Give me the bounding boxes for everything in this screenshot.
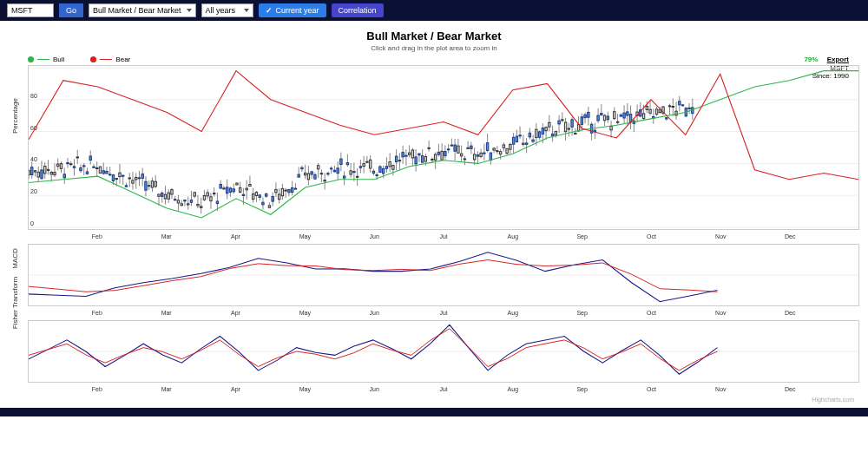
svg-text:20: 20 xyxy=(30,188,37,194)
svg-rect-341 xyxy=(562,120,563,121)
svg-rect-295 xyxy=(486,143,488,151)
legend: Bull Bear xyxy=(28,56,859,63)
svg-rect-339 xyxy=(558,121,560,124)
svg-rect-193 xyxy=(320,174,322,174)
svg-rect-161 xyxy=(268,206,270,207)
go-button[interactable]: Go xyxy=(59,3,83,17)
ylabel-ft: Fisher Transform xyxy=(11,277,19,329)
svg-rect-199 xyxy=(330,168,332,169)
svg-rect-313 xyxy=(516,136,517,142)
svg-rect-79 xyxy=(135,177,137,180)
correlation-button[interactable]: Correlation xyxy=(332,3,384,17)
svg-rect-183 xyxy=(304,173,306,174)
range-dropdown[interactable]: All years xyxy=(201,3,253,17)
svg-rect-71 xyxy=(122,175,124,176)
svg-rect-43 xyxy=(76,157,78,158)
chart-title: Bull Market / Bear Market xyxy=(9,30,859,43)
svg-rect-337 xyxy=(555,131,556,134)
macd-chart[interactable]: MACD xyxy=(28,244,859,306)
chevron-down-icon xyxy=(244,9,249,12)
svg-rect-299 xyxy=(493,148,495,150)
svg-rect-353 xyxy=(581,117,582,125)
svg-rect-67 xyxy=(115,179,117,180)
svg-rect-229 xyxy=(379,167,381,172)
main-chart[interactable]: Percentage 020406080100 xyxy=(28,65,859,230)
svg-rect-211 xyxy=(350,171,352,174)
svg-rect-227 xyxy=(376,175,378,176)
svg-rect-31 xyxy=(57,164,59,167)
svg-rect-117 xyxy=(197,205,199,206)
svg-rect-333 xyxy=(549,122,550,127)
svg-rect-305 xyxy=(503,145,504,148)
svg-rect-101 xyxy=(171,190,173,194)
svg-rect-39 xyxy=(70,164,72,165)
svg-rect-129 xyxy=(216,201,218,204)
legend-bull[interactable]: Bull xyxy=(28,56,64,63)
svg-rect-371 xyxy=(610,126,612,129)
svg-rect-241 xyxy=(398,161,400,161)
xaxis-main: FebMarAprMayJunJulAugSepOctNovDec xyxy=(28,233,859,244)
svg-rect-203 xyxy=(337,168,339,174)
svg-rect-285 xyxy=(470,146,472,148)
svg-rect-249 xyxy=(411,150,413,158)
svg-rect-255 xyxy=(421,156,423,163)
svg-rect-277 xyxy=(457,146,459,153)
ticker-input[interactable] xyxy=(7,3,54,17)
svg-rect-419 xyxy=(688,108,690,108)
svg-rect-15 xyxy=(31,167,33,175)
svg-rect-215 xyxy=(356,176,358,177)
legend-bull-label: Bull xyxy=(53,56,64,63)
top-toolbar: Go Bull Market / Bear Market All years ✓… xyxy=(0,0,868,21)
export-link[interactable]: Export xyxy=(827,56,849,63)
svg-rect-301 xyxy=(496,151,498,152)
svg-rect-75 xyxy=(128,178,130,179)
svg-rect-319 xyxy=(525,143,527,144)
svg-rect-49 xyxy=(86,172,88,174)
svg-rect-405 xyxy=(666,118,667,119)
svg-rect-19 xyxy=(37,172,39,177)
svg-rect-73 xyxy=(125,186,127,187)
svg-rect-379 xyxy=(623,113,625,118)
svg-rect-53 xyxy=(93,167,95,167)
svg-rect-381 xyxy=(627,112,628,115)
svg-rect-113 xyxy=(190,200,192,202)
svg-rect-345 xyxy=(568,128,569,129)
svg-rect-123 xyxy=(207,193,208,196)
svg-rect-321 xyxy=(529,133,530,137)
dash-icon xyxy=(100,59,112,60)
svg-rect-157 xyxy=(262,202,264,205)
svg-rect-25 xyxy=(47,169,49,170)
svg-rect-147 xyxy=(246,188,247,190)
svg-rect-95 xyxy=(161,193,163,196)
svg-rect-401 xyxy=(659,110,661,113)
svg-rect-269 xyxy=(444,152,446,156)
dot-icon xyxy=(90,56,96,62)
svg-rect-83 xyxy=(141,174,143,179)
current-year-button[interactable]: ✓ Current year xyxy=(259,3,326,17)
svg-rect-415 xyxy=(681,105,683,106)
svg-rect-163 xyxy=(272,196,273,201)
svg-rect-111 xyxy=(187,204,189,205)
chart-footer: Highcharts.com xyxy=(9,397,859,403)
svg-rect-233 xyxy=(385,167,387,169)
svg-rect-137 xyxy=(229,188,231,193)
xaxis-macd: FebMarAprMayJunJulAugSepOctNovDec xyxy=(28,310,859,320)
svg-rect-189 xyxy=(314,174,316,179)
svg-rect-287 xyxy=(473,154,475,160)
svg-rect-119 xyxy=(200,207,201,208)
svg-rect-231 xyxy=(382,168,384,173)
svg-rect-165 xyxy=(275,189,277,192)
legend-bear[interactable]: Bear xyxy=(90,56,130,63)
svg-rect-399 xyxy=(655,109,657,115)
fisher-chart[interactable]: Fisher Transform xyxy=(28,320,859,383)
pattern-dropdown[interactable]: Bull Market / Bear Market xyxy=(89,3,196,17)
ylabel-macd: MACD xyxy=(11,248,19,269)
svg-rect-91 xyxy=(155,181,156,187)
svg-rect-373 xyxy=(614,112,615,119)
svg-rect-367 xyxy=(603,115,605,121)
svg-rect-197 xyxy=(327,174,329,174)
svg-rect-283 xyxy=(467,148,469,148)
svg-rect-127 xyxy=(213,193,214,194)
svg-rect-57 xyxy=(99,167,101,173)
svg-rect-263 xyxy=(434,154,436,160)
